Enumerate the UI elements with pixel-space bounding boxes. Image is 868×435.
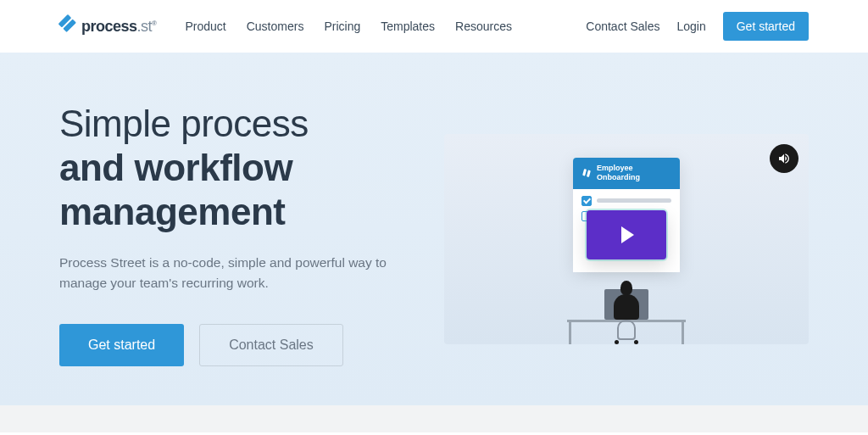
hero-subtext: Process Street is a no-code, simple and …	[59, 253, 402, 293]
headline-line2: and workflow	[59, 147, 292, 188]
nav-link-pricing[interactable]: Pricing	[324, 20, 360, 33]
hero-media-column: Employee Onboarding	[444, 102, 809, 371]
hero-get-started-button[interactable]: Get started	[59, 324, 184, 366]
placeholder-line	[597, 198, 671, 203]
illustration-desk	[444, 259, 809, 344]
nav-link-customers[interactable]: Customers	[247, 20, 304, 33]
checklist-row	[581, 196, 671, 206]
nav-get-started-button[interactable]: Get started	[723, 12, 809, 41]
logo-text: process.st®	[81, 18, 156, 36]
hero-contact-sales-button[interactable]: Contact Sales	[199, 324, 343, 366]
headline-line3: management	[59, 191, 285, 232]
footer-strip	[0, 405, 868, 432]
hero-cta-group: Get started Contact Sales	[59, 324, 402, 366]
play-button[interactable]	[587, 210, 666, 259]
hero-section: Simple process and workflow management P…	[0, 53, 868, 405]
logo-primary: process	[81, 18, 137, 35]
video-preview[interactable]: Employee Onboarding	[444, 134, 809, 344]
nav-login[interactable]: Login	[676, 20, 705, 33]
top-navbar: process.st® Product Customers Pricing Te…	[0, 0, 868, 53]
logo-suffix: .st	[137, 18, 153, 35]
logo-mark-icon	[56, 14, 80, 38]
hero-text-column: Simple process and workflow management P…	[59, 102, 402, 371]
play-icon	[621, 226, 634, 243]
nav-right-group: Contact Sales Login Get started	[586, 12, 809, 41]
nav-link-resources[interactable]: Resources	[455, 20, 512, 33]
svg-rect-0	[582, 169, 587, 176]
svg-rect-1	[587, 170, 591, 178]
mute-button[interactable]	[770, 144, 798, 173]
nav-links-group: Product Customers Pricing Templates Reso…	[185, 20, 511, 33]
hero-headline: Simple process and workflow management	[59, 102, 402, 234]
card-title: Employee Onboarding	[597, 164, 671, 183]
brand-logo[interactable]: process.st®	[59, 18, 156, 36]
card-logo-icon	[581, 168, 592, 178]
headline-line1: Simple process	[59, 103, 309, 144]
checkbox-checked-icon	[581, 196, 592, 206]
nav-contact-sales[interactable]: Contact Sales	[586, 20, 659, 33]
card-header: Employee Onboarding	[573, 158, 680, 189]
nav-link-templates[interactable]: Templates	[381, 20, 435, 33]
speaker-icon	[777, 152, 791, 165]
nav-link-product[interactable]: Product	[185, 20, 225, 33]
